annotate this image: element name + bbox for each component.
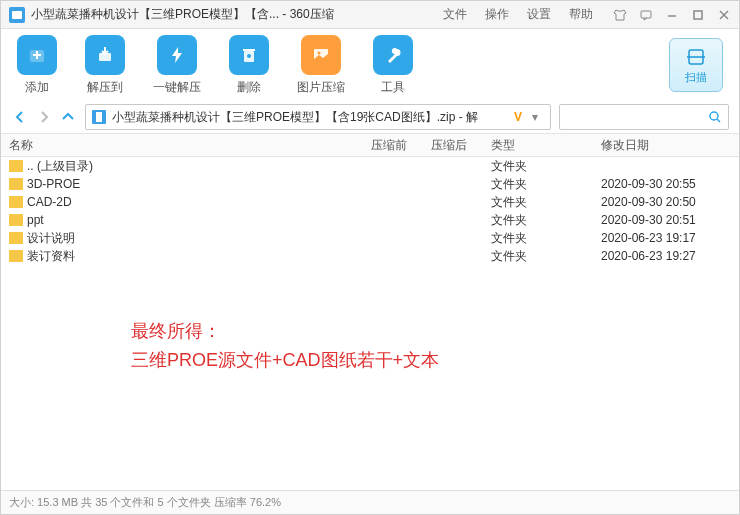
row-name: ppt <box>27 213 44 227</box>
row-type: 文件夹 <box>491 158 601 175</box>
folder-icon <box>9 232 23 244</box>
search-icon <box>708 110 722 124</box>
table-row[interactable]: 设计说明文件夹2020-06-23 19:17 <box>1 229 739 247</box>
row-name: 设计说明 <box>27 230 75 247</box>
add-label: 添加 <box>25 79 49 96</box>
annotation-overlay: 最终所得： 三维PROE源文件+CAD图纸若干+文本 <box>131 317 439 375</box>
table-row[interactable]: 3D-PROE文件夹2020-09-30 20:55 <box>1 175 739 193</box>
image-icon <box>311 45 331 65</box>
row-date: 2020-06-23 19:17 <box>601 231 739 245</box>
toolbar: 添加 解压到 一键解压 删除 图片压缩 工具 扫描 <box>1 29 739 101</box>
statusbar: 大小: 15.3 MB 共 35 个文件和 5 个文件夹 压缩率 76.2% <box>1 490 739 514</box>
feedback-icon[interactable] <box>639 8 653 22</box>
delete-button[interactable]: 删除 <box>229 35 269 96</box>
nav-back-icon[interactable] <box>11 108 29 126</box>
search-input[interactable] <box>559 104 729 130</box>
col-before[interactable]: 压缩前 <box>371 137 431 154</box>
svg-line-21 <box>717 119 720 122</box>
row-name: 装订资料 <box>27 248 75 265</box>
folder-icon <box>9 178 23 190</box>
table-row[interactable]: ppt文件夹2020-09-30 20:51 <box>1 211 739 229</box>
svg-rect-2 <box>641 11 651 18</box>
row-name: .. (上级目录) <box>27 158 93 175</box>
annotation-line2: 三维PROE源文件+CAD图纸若干+文本 <box>131 346 439 375</box>
row-type: 文件夹 <box>491 248 601 265</box>
col-date[interactable]: 修改日期 <box>601 137 739 154</box>
menu-help[interactable]: 帮助 <box>569 6 593 23</box>
extract-icon <box>95 45 115 65</box>
table-row[interactable]: CAD-2D文件夹2020-09-30 20:50 <box>1 193 739 211</box>
nav-arrows <box>11 108 77 126</box>
close-icon[interactable] <box>717 8 731 22</box>
window-title: 小型蔬菜播种机设计【三维PROE模型】【含... - 360压缩 <box>31 6 334 23</box>
scan-button[interactable]: 扫描 <box>669 38 723 92</box>
row-type: 文件夹 <box>491 212 601 229</box>
menu-settings[interactable]: 设置 <box>527 6 551 23</box>
image-compress-label: 图片压缩 <box>297 79 345 96</box>
nav-up-icon[interactable] <box>59 108 77 126</box>
tools-button[interactable]: 工具 <box>373 35 413 96</box>
file-list: .. (上级目录)文件夹3D-PROE文件夹2020-09-30 20:55CA… <box>1 157 739 490</box>
svg-rect-19 <box>96 112 102 122</box>
add-icon <box>27 45 47 65</box>
path-text: 小型蔬菜播种机设计【三维PROE模型】【含19张CAD图纸】.zip - 解 <box>112 109 510 126</box>
oneclick-icon <box>167 45 187 65</box>
app-icon <box>9 7 25 23</box>
verified-badge-icon: V <box>514 110 522 124</box>
folder-icon <box>9 250 23 262</box>
annotation-line1: 最终所得： <box>131 317 439 346</box>
scan-label: 扫描 <box>685 70 707 85</box>
maximize-icon[interactable] <box>691 8 705 22</box>
table-row[interactable]: 装订资料文件夹2020-06-23 19:27 <box>1 247 739 265</box>
svg-rect-1 <box>12 11 22 19</box>
row-name: 3D-PROE <box>27 177 80 191</box>
tools-label: 工具 <box>381 79 405 96</box>
svg-point-13 <box>247 54 251 58</box>
window-controls <box>613 8 731 22</box>
nav-forward-icon[interactable] <box>35 108 53 126</box>
list-header: 名称 压缩前 压缩后 类型 修改日期 <box>1 133 739 157</box>
wrench-icon <box>383 45 403 65</box>
extract-to-button[interactable]: 解压到 <box>85 35 125 96</box>
one-click-button[interactable]: 一键解压 <box>153 35 201 96</box>
table-row[interactable]: .. (上级目录)文件夹 <box>1 157 739 175</box>
svg-point-15 <box>318 51 321 54</box>
folder-icon <box>9 160 23 172</box>
skin-icon[interactable] <box>613 8 627 22</box>
svg-point-20 <box>710 112 718 120</box>
col-type[interactable]: 类型 <box>491 137 601 154</box>
archive-file-icon <box>92 110 106 124</box>
folder-icon <box>9 196 23 208</box>
add-button[interactable]: 添加 <box>17 35 57 96</box>
delete-label: 删除 <box>237 79 261 96</box>
folder-icon <box>9 214 23 226</box>
status-text: 大小: 15.3 MB 共 35 个文件和 5 个文件夹 压缩率 76.2% <box>9 495 281 510</box>
svg-rect-12 <box>243 49 255 51</box>
menu-operate[interactable]: 操作 <box>485 6 509 23</box>
menu-file[interactable]: 文件 <box>443 6 467 23</box>
row-date: 2020-09-30 20:50 <box>601 195 739 209</box>
row-type: 文件夹 <box>491 194 601 211</box>
one-click-label: 一键解压 <box>153 79 201 96</box>
pathbar: 小型蔬菜播种机设计【三维PROE模型】【含19张CAD图纸】.zip - 解 V… <box>1 101 739 133</box>
extract-to-label: 解压到 <box>87 79 123 96</box>
main-menu: 文件 操作 设置 帮助 <box>443 6 593 23</box>
minimize-icon[interactable] <box>665 8 679 22</box>
col-name[interactable]: 名称 <box>1 137 371 154</box>
row-name: CAD-2D <box>27 195 72 209</box>
svg-rect-4 <box>694 11 702 19</box>
path-dropdown-icon[interactable]: ▾ <box>526 110 544 124</box>
titlebar: 小型蔬菜播种机设计【三维PROE模型】【含... - 360压缩 文件 操作 设… <box>1 1 739 29</box>
scan-icon <box>685 46 707 68</box>
row-type: 文件夹 <box>491 230 601 247</box>
image-compress-button[interactable]: 图片压缩 <box>297 35 345 96</box>
path-input[interactable]: 小型蔬菜播种机设计【三维PROE模型】【含19张CAD图纸】.zip - 解 V… <box>85 104 551 130</box>
trash-icon <box>239 45 259 65</box>
row-date: 2020-09-30 20:55 <box>601 177 739 191</box>
row-type: 文件夹 <box>491 176 601 193</box>
row-date: 2020-06-23 19:27 <box>601 249 739 263</box>
col-after[interactable]: 压缩后 <box>431 137 491 154</box>
row-date: 2020-09-30 20:51 <box>601 213 739 227</box>
